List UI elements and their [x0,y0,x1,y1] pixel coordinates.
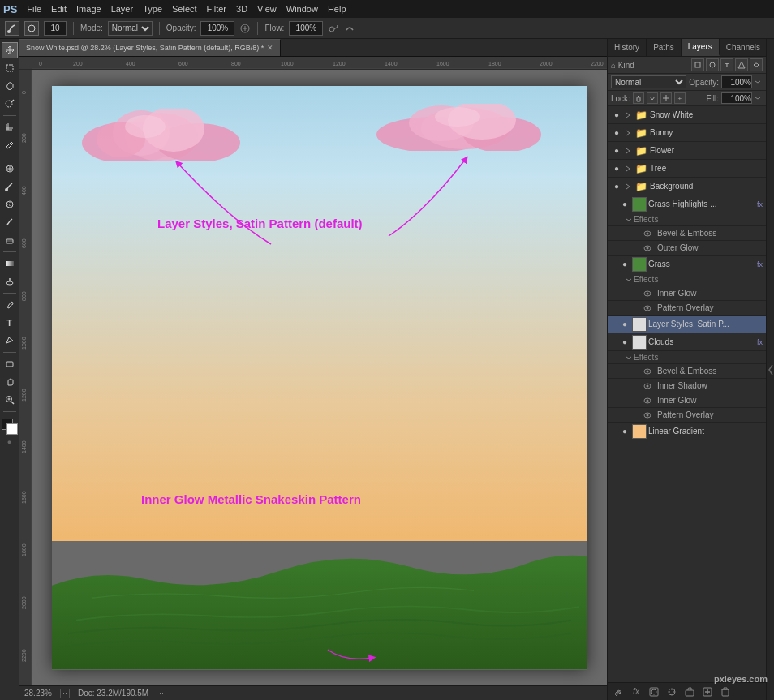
filter-shape-btn[interactable] [735,58,748,71]
gradient-tool[interactable] [2,256,18,272]
brush-tool-icon[interactable] [5,21,19,36]
tab-layers[interactable]: Layers [682,39,720,56]
effect-bevel-cl[interactable]: Bevel & Emboss [608,364,766,379]
effect-eye-pattern-gr[interactable] [643,303,653,313]
eraser-tool[interactable] [2,232,18,248]
flow-input[interactable] [289,21,323,36]
ps-canvas[interactable]: Layer Styles, Satin Pattern (default) In… [32,70,607,685]
effect-outer-glow-gh[interactable]: Outer Glow [608,241,766,256]
layer-delete-btn[interactable] [718,685,733,699]
doc-tab-close[interactable]: ✕ [267,44,273,52]
status-arrow-btn[interactable] [60,689,70,698]
effects-toggle-cl[interactable] [626,354,632,361]
menu-3d[interactable]: 3D [236,4,247,14]
effect-eye-bevel-gh[interactable] [643,229,653,238]
layer-flower[interactable]: ● 📁 Flower [608,142,766,160]
effect-pattern-cl[interactable]: Pattern Overlay [608,408,766,423]
clone-tool[interactable] [2,196,18,213]
menu-edit[interactable]: Edit [51,4,67,14]
eye-tree[interactable]: ● [611,163,622,174]
eyedropper-tool[interactable] [2,137,18,153]
lock-transparent-btn[interactable] [633,92,644,104]
layer-grass[interactable]: ● Grass fx [608,256,766,273]
effect-pattern-gr[interactable]: Pattern Overlay [608,301,766,316]
eye-snow-white[interactable]: ● [611,110,622,121]
layer-group-btn[interactable] [682,685,697,699]
effect-eye-inner-gr[interactable] [643,289,653,298]
filter-pixel-btn[interactable] [691,58,704,71]
dodge-tool[interactable] [2,273,18,290]
filter-smart-btn[interactable] [750,58,763,71]
lock-all-btn[interactable]: + [674,92,686,104]
marquee-tool[interactable] [2,60,18,76]
effect-eye-shadow-cl[interactable] [643,381,653,391]
layer-snow-white[interactable]: ● 📁 Snow White [608,106,766,124]
opacity-input[interactable] [200,21,234,36]
effect-inner-shadow-cl[interactable]: Inner Shadow [608,379,766,393]
tab-paths[interactable]: Paths [647,39,682,56]
menu-help[interactable]: Help [328,4,346,14]
quick-mask-btn[interactable]: ● [7,438,11,446]
status-arrow-btn2[interactable] [157,689,166,698]
fill-arrow[interactable] [755,94,763,102]
hand-tool[interactable] [2,374,18,390]
filter-type-btn[interactable]: T [720,58,733,71]
menu-select[interactable]: Select [172,4,197,14]
expand-arrow-snow-white[interactable] [626,110,630,120]
tab-history[interactable]: History [608,39,647,56]
brush-preset-icon[interactable] [24,21,39,36]
brush-tool[interactable] [2,178,18,195]
menu-layer[interactable]: Layer [111,4,134,14]
background-color[interactable] [6,423,18,435]
color-swatch-area[interactable] [2,419,18,435]
eye-bunny[interactable]: ● [611,127,622,139]
document-tab[interactable]: Snow White.psd @ 28.2% (Layer Styles, Sa… [19,39,281,56]
filter-adjust-btn[interactable] [706,58,719,71]
effects-toggle-gr[interactable] [626,277,632,283]
effect-bevel-emboss-gh[interactable]: Bevel & Emboss [608,226,766,241]
layer-fx-btn[interactable]: fx [629,685,643,699]
pen-tool[interactable] [2,297,18,313]
path-selection-tool[interactable] [2,333,18,349]
effect-eye-glow-cl[interactable] [643,396,653,406]
layer-satin[interactable]: ● Layer Styles, Satin P... [608,316,766,333]
move-tool[interactable] [2,42,18,58]
eye-linear-gradient[interactable]: ● [619,426,630,437]
healing-tool[interactable] [2,161,18,177]
effect-inner-glow-gr[interactable]: Inner Glow [608,286,766,301]
type-tool[interactable]: T [2,315,18,331]
layer-clouds[interactable]: ● Clouds fx [608,333,766,351]
quick-select-tool[interactable] [2,96,18,112]
layer-mask-btn[interactable] [647,685,661,699]
layer-link-btn[interactable] [611,685,626,699]
pressure-opacity-icon[interactable] [239,23,251,34]
layer-grass-highlights[interactable]: ● Grass Highlights ... fx [608,195,766,213]
menu-view[interactable]: View [257,4,277,14]
tab-channels[interactable]: Channels [720,39,768,56]
zoom-tool[interactable] [2,392,18,408]
effect-eye-outer-gh[interactable] [643,243,653,253]
layer-bunny[interactable]: ● 📁 Bunny [608,124,766,142]
crop-tool[interactable] [2,119,18,135]
effect-eye-pattern-cl[interactable] [643,410,653,420]
panel-collapse-btn[interactable] [766,39,774,700]
menu-filter[interactable]: Filter [207,4,226,14]
fill-input[interactable] [721,92,752,104]
history-brush-tool[interactable] [2,214,18,230]
menu-window[interactable]: Window [286,4,318,14]
opacity-arrow[interactable] [755,78,763,86]
shape-tool[interactable] [2,356,18,372]
eye-flower[interactable]: ● [611,145,622,157]
expand-arrow-background[interactable] [626,182,630,191]
expand-arrow-tree[interactable] [626,164,630,174]
eye-satin[interactable]: ● [619,319,630,330]
menu-image[interactable]: Image [76,4,101,14]
lock-position-btn[interactable] [660,92,672,104]
layer-linear-gradient[interactable]: ● Linear Gradient [608,423,766,440]
blend-mode-select[interactable]: Normal [611,75,686,88]
eye-clouds[interactable]: ● [619,337,630,348]
layer-tree[interactable]: ● 📁 Tree [608,160,766,178]
lock-image-btn[interactable] [647,92,658,104]
effect-inner-glow-cl[interactable]: Inner Glow [608,393,766,408]
eye-grass-highlights[interactable]: ● [619,199,630,210]
